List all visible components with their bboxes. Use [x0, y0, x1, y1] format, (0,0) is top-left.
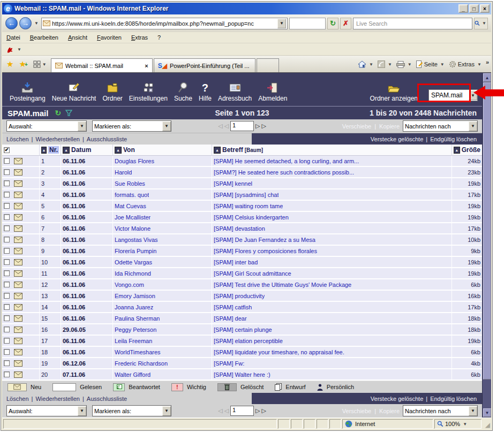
menu-item-bearbeiten[interactable]: Bearbeiten: [30, 34, 58, 41]
row-sender-link[interactable]: Sue Robles: [115, 180, 145, 187]
ausschlussliste-link[interactable]: Ausschlussliste: [87, 396, 127, 402]
home-button[interactable]: ▼: [358, 60, 374, 68]
header-groesse-label[interactable]: Größe: [462, 146, 480, 154]
quick-tabs-dropdown-icon[interactable]: ▼: [41, 62, 48, 67]
add-favorite-button[interactable]: ★+: [17, 58, 29, 71]
sort-datum-icon[interactable]: ▲: [63, 147, 70, 154]
print-button[interactable]: ▼: [396, 61, 413, 68]
feeds-button[interactable]: ▼: [378, 60, 393, 68]
row-checkbox[interactable]: [4, 248, 10, 254]
row-sender-link[interactable]: WorldTimeshares: [115, 349, 161, 355]
search-button[interactable]: Suche: [171, 82, 195, 102]
header-betreff-label[interactable]: Betreff: [222, 146, 243, 154]
row-subject-link[interactable]: [SPAM] devastation: [214, 225, 265, 232]
row-sender-link[interactable]: Langostas Vivas: [115, 237, 158, 243]
row-subject-link[interactable]: [SPAM] He seemed detached, a long curlin…: [214, 158, 359, 164]
page-menu-button[interactable]: Seite ▼: [416, 60, 446, 68]
row-checkbox[interactable]: [4, 225, 10, 231]
resize-grip[interactable]: ◢: [483, 419, 490, 429]
row-checkbox[interactable]: [4, 282, 10, 287]
row-checkbox[interactable]: [4, 315, 10, 321]
ausschlussliste-link[interactable]: Ausschlussliste: [87, 136, 127, 142]
verstecke-geloeschte-link[interactable]: Verstecke gelöschte: [371, 396, 423, 402]
sort-groesse-icon[interactable]: ▲: [454, 147, 460, 154]
header-datum-label[interactable]: Datum: [71, 146, 91, 154]
row-checkbox[interactable]: [4, 349, 10, 355]
endgueltig-loeschen-link[interactable]: Endgültig löschen: [430, 396, 477, 402]
inbox-button[interactable]: Posteingang: [6, 82, 49, 102]
page-dropdown-icon[interactable]: ▼: [439, 62, 446, 67]
row-checkbox[interactable]: [4, 180, 10, 186]
nachrichten-nach-dropdown-icon[interactable]: ▼: [469, 406, 477, 416]
wiederherstellen-link[interactable]: Wiederherstellen: [35, 396, 80, 402]
loeschen-link[interactable]: Löschen: [6, 136, 29, 142]
menu-item-datei[interactable]: Datei: [6, 34, 20, 41]
row-sender-link[interactable]: Douglas Flores: [115, 158, 154, 164]
row-sender-link[interactable]: formats. quot: [115, 192, 149, 198]
row-sender-link[interactable]: Leila Freeman: [115, 338, 152, 344]
row-checkbox[interactable]: [4, 169, 10, 175]
compose-button[interactable]: Neue Nachricht: [49, 82, 100, 102]
row-checkbox[interactable]: [4, 338, 10, 344]
row-checkbox[interactable]: [4, 259, 10, 265]
first-page-icon[interactable]: ◁: [218, 123, 222, 130]
back-button[interactable]: ←: [5, 17, 18, 29]
prev-page-icon[interactable]: ◁: [224, 123, 229, 130]
row-sender-link[interactable]: Ida Richmond: [115, 270, 151, 277]
last-page-icon[interactable]: ▷: [261, 123, 266, 130]
row-sender-link[interactable]: Harold: [115, 169, 132, 176]
row-subject-link[interactable]: [SPAM] Celsius kindergarten: [214, 214, 289, 221]
verschiebe-link[interactable]: Verschiebe: [342, 123, 371, 130]
row-checkbox[interactable]: [4, 360, 10, 366]
nachrichten-nach-dropdown-icon[interactable]: ▼: [469, 121, 477, 131]
row-subject-link[interactable]: [SPAM] Walter here :): [214, 371, 270, 378]
refresh-button[interactable]: ↻: [327, 18, 338, 29]
endgueltig-loeschen-link[interactable]: Endgültig löschen: [430, 136, 477, 142]
tools-dropdown-icon[interactable]: ▼: [476, 62, 483, 67]
page-number-input[interactable]: 1: [230, 121, 254, 131]
last-page-icon[interactable]: ▷: [261, 407, 266, 414]
menu-item-extras[interactable]: Extras: [131, 34, 148, 41]
row-subject-link[interactable]: [SPAM] catfish: [214, 304, 252, 310]
url-dropdown-icon[interactable]: ▼: [277, 19, 286, 28]
select-all-checkbox[interactable]: ✔: [4, 147, 10, 153]
new-tab-stub[interactable]: [257, 58, 279, 72]
folders-button[interactable]: Ordner: [99, 82, 125, 102]
home-dropdown-icon[interactable]: ▼: [368, 62, 374, 67]
row-sender-link[interactable]: Joanna Juarez: [115, 304, 153, 310]
tab-powerpoint[interactable]: S◢ PowerPoint-Einführung (Teil ...: [154, 58, 255, 72]
adobe-pdf-icon[interactable]: [6, 45, 14, 54]
sort-nr-icon[interactable]: ▲: [41, 147, 47, 154]
title-bar[interactable]: e Webmail :: SPAM.mail - Windows Interne…: [2, 3, 491, 14]
help-button[interactable]: ? Hilfe: [195, 82, 215, 102]
tab-close-icon[interactable]: ×: [145, 63, 148, 69]
row-sender-link[interactable]: Florería Pumpin: [115, 248, 156, 254]
search-input[interactable]: Live Search: [353, 18, 472, 29]
minimize-button[interactable]: _: [458, 4, 468, 13]
adobe-dropdown-icon[interactable]: ▼: [16, 47, 22, 52]
kopiere-link[interactable]: Kopiere: [379, 408, 400, 414]
row-subject-link[interactable]: [SPAM] De Juan Fernandez a su Mesa: [214, 237, 315, 243]
page-number-input[interactable]: 1: [230, 406, 254, 416]
next-page-icon[interactable]: ▷: [255, 407, 260, 414]
row-subject-link[interactable]: [SPAM] inter bad: [214, 259, 258, 265]
row-subject-link[interactable]: [SPAM] liquidate your timeshare, no appr…: [214, 349, 344, 355]
history-dropdown-icon[interactable]: ▼: [33, 21, 40, 26]
vertical-scrollbar[interactable]: ▲ ▼: [482, 73, 491, 417]
nachrichten-nach-select-bottom[interactable]: Nachrichten nach ▼: [403, 405, 478, 416]
favorites-center-button[interactable]: ★: [4, 58, 16, 71]
first-page-icon[interactable]: ◁: [218, 407, 222, 414]
menu-item-?[interactable]: ?: [157, 34, 161, 41]
row-checkbox[interactable]: [4, 270, 10, 276]
header-nr-label[interactable]: Nr.: [48, 146, 59, 154]
row-sender-link[interactable]: Joe Mcallister: [115, 214, 151, 221]
more-commands-chevron[interactable]: »: [486, 59, 489, 65]
row-checkbox[interactable]: [4, 371, 10, 377]
row-subject-link[interactable]: [SPAM] kennel: [214, 180, 252, 187]
loeschen-link[interactable]: Löschen: [6, 396, 29, 402]
row-subject-link[interactable]: [SPAM] elation perceptible: [214, 338, 283, 344]
header-von-label[interactable]: Von: [123, 146, 135, 154]
forward-button[interactable]: →: [19, 17, 32, 29]
row-checkbox[interactable]: [4, 237, 10, 242]
settings-button[interactable]: Einstellungen: [126, 82, 171, 102]
